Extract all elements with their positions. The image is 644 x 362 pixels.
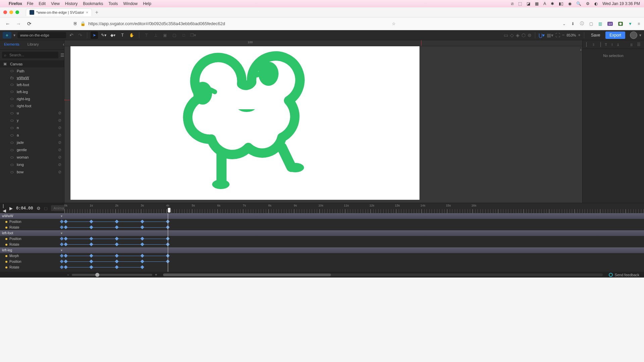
group-tool[interactable]: □ xyxy=(180,32,188,39)
hidden-icon[interactable]: ⊘ xyxy=(58,155,61,160)
layer-row[interactable]: ⬭n⊘ xyxy=(0,124,64,131)
clock[interactable]: Wed Jan 19 3:36 PM xyxy=(602,1,640,6)
window-controls[interactable] xyxy=(3,10,19,14)
menubar-icon[interactable]: ◪ xyxy=(527,1,530,6)
distribute-v-icon[interactable]: ☰ xyxy=(637,42,641,47)
layer-row[interactable]: ⬭left-leg xyxy=(0,88,64,95)
distribute-h-icon[interactable]: ⫼ xyxy=(630,42,634,47)
tab-close-icon[interactable]: × xyxy=(86,10,88,14)
align-center-icon[interactable]: ⫴ xyxy=(593,42,594,47)
layer-row[interactable]: ⬭left-foot xyxy=(0,81,64,88)
track-property[interactable]: Position xyxy=(0,236,64,242)
downloads-icon[interactable]: ⬇ xyxy=(571,21,575,26)
timeline-zoom-slider[interactable] xyxy=(72,274,152,276)
layer-row[interactable]: ⬭jade⊘ xyxy=(0,139,64,146)
extension-v-icon[interactable]: ▼ xyxy=(628,21,632,26)
group-tool[interactable]: ▣ xyxy=(161,32,169,39)
reload-button[interactable]: ⟳ xyxy=(26,21,33,27)
menu-view[interactable]: View xyxy=(51,1,60,6)
keyframe-diamond[interactable] xyxy=(115,242,118,246)
menu-file[interactable]: File xyxy=(27,1,33,6)
rewind-button[interactable]: |◀ xyxy=(3,203,6,213)
layer-row[interactable]: ⬭a⊘ xyxy=(0,131,64,139)
timeline-zoom-in[interactable]: + xyxy=(154,273,158,277)
bookmark-star-icon[interactable]: ☆ xyxy=(392,21,396,26)
siri-icon[interactable]: ◐ xyxy=(594,1,598,6)
hidden-icon[interactable]: ⊘ xyxy=(58,111,61,115)
track-property[interactable]: Position xyxy=(0,219,64,225)
pocket-icon[interactable]: ⌄ xyxy=(562,21,566,26)
timeline-ruler[interactable]: 0s1s2s3s4s5s6s7s8s9s10s11s12s13s14s15s16… xyxy=(64,203,644,213)
bluetooth-icon[interactable]: ✱ xyxy=(551,1,554,6)
keyframe-diamond[interactable] xyxy=(64,265,67,269)
menubar-icon[interactable]: ▦ xyxy=(535,1,539,6)
keyframe-diamond[interactable] xyxy=(89,265,93,269)
align-top-icon[interactable]: ⫪ xyxy=(604,42,608,47)
layer-row[interactable]: ⬭right-leg xyxy=(0,95,64,102)
browser-tab[interactable]: *www-on-the-edge | SVGator × xyxy=(26,8,92,16)
close-window-icon[interactable] xyxy=(3,10,7,14)
pen-tool[interactable]: ✎▾ xyxy=(100,32,107,39)
track-group-lane[interactable] xyxy=(64,247,644,253)
spotlight-icon[interactable]: 🔍 xyxy=(576,1,581,6)
hidden-icon[interactable]: ⊘ xyxy=(58,170,61,174)
export-button[interactable]: Export xyxy=(605,32,625,39)
timeline-zoom-out[interactable]: − xyxy=(66,273,70,277)
minimize-window-icon[interactable] xyxy=(9,10,13,14)
shield-icon[interactable]: ⛨ xyxy=(73,21,78,26)
menubar-icon[interactable]: A xyxy=(543,1,546,6)
url-text[interactable]: https://app.svgator.com/editor#/0b092d5c… xyxy=(88,21,225,26)
app-logo-icon[interactable]: ◈ xyxy=(3,32,11,39)
hand-tool[interactable]: ✋ xyxy=(128,32,136,39)
keyframe-diamond[interactable] xyxy=(140,237,144,240)
keyframe-diamond[interactable] xyxy=(64,220,67,223)
align-tool[interactable]: ⊥ xyxy=(152,32,159,39)
keyframe-diamond[interactable] xyxy=(115,259,118,263)
overflow-menu-icon[interactable]: ≡ xyxy=(638,21,640,26)
snap-icon[interactable]: ⬡ xyxy=(522,33,526,38)
align-right-icon[interactable]: ▕ xyxy=(598,42,601,47)
scrollbar-thumb[interactable] xyxy=(163,274,331,276)
hidden-icon[interactable]: ⊘ xyxy=(58,125,61,130)
grid-icon[interactable]: ▦▾ xyxy=(547,33,553,38)
track-property[interactable]: Rotate xyxy=(0,242,64,247)
artboard[interactable] xyxy=(70,46,419,200)
snap-icon[interactable]: ◈ xyxy=(516,33,519,38)
keyframe-diamond[interactable] xyxy=(64,254,67,257)
track-group-lane[interactable] xyxy=(64,213,644,219)
select-tool[interactable]: ➤ xyxy=(91,32,98,39)
save-button[interactable]: Save xyxy=(588,32,603,39)
keyframe-diamond[interactable] xyxy=(140,259,144,263)
menu-bookmarks[interactable]: Bookmarks xyxy=(83,1,103,6)
menu-history[interactable]: History xyxy=(65,1,78,6)
keyframe-lane[interactable] xyxy=(64,225,644,230)
align-middle-icon[interactable]: ⫲ xyxy=(611,42,613,47)
layer-row[interactable]: ⬭u⊘ xyxy=(0,109,64,117)
menu-window[interactable]: Window xyxy=(123,1,138,6)
playhead-time[interactable]: 0:04.00 xyxy=(16,206,33,210)
track-property[interactable]: Morph xyxy=(0,253,64,259)
track-group[interactable]: wWwW▾ xyxy=(0,213,64,219)
macos-app-name[interactable]: Firefox xyxy=(9,1,22,6)
layer-row[interactable]: ⬭y⊘ xyxy=(0,117,64,124)
keyframe-diamond[interactable] xyxy=(115,225,118,229)
project-name[interactable]: www-on-the-edge xyxy=(17,32,66,38)
filter-icon[interactable]: ☰ xyxy=(60,53,64,58)
battery-icon[interactable]: ▮▯ xyxy=(559,1,563,6)
timeline-scrollbar[interactable] xyxy=(163,274,603,276)
keyframe-diamond[interactable] xyxy=(140,254,144,257)
tab-library[interactable]: Library xyxy=(23,40,43,49)
align-bottom-icon[interactable]: ⫫ xyxy=(616,42,620,47)
shape-tool[interactable]: ◆▾ xyxy=(109,32,117,39)
menu-tools[interactable]: Tools xyxy=(108,1,118,6)
zoom-out-button[interactable]: − xyxy=(562,33,565,38)
track-group[interactable]: left-foot▾ xyxy=(0,230,64,236)
layer-row[interactable]: 🗀wWwW xyxy=(0,74,64,81)
new-tab-button[interactable]: + xyxy=(95,9,98,15)
wifi-icon[interactable]: ◉ xyxy=(568,1,572,6)
extension-badge-icon[interactable]: ⬣ xyxy=(618,22,623,26)
maximize-window-icon[interactable] xyxy=(15,10,19,14)
menu-edit[interactable]: Edit xyxy=(39,1,46,6)
canvas-area[interactable]: 100 › xyxy=(64,40,582,203)
keyframe-diamond[interactable] xyxy=(64,237,67,240)
